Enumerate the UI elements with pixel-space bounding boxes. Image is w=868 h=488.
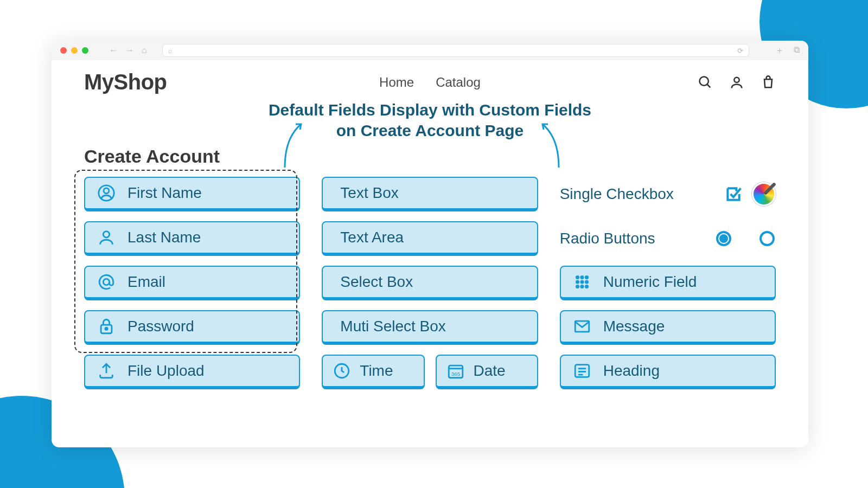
svg-point-23	[585, 285, 589, 288]
main-nav: Home Catalog	[379, 75, 481, 90]
svg-point-15	[576, 275, 579, 279]
arrow-right-icon	[534, 121, 561, 170]
field-label: First Name	[127, 184, 202, 202]
site-logo[interactable]: MyShop	[84, 70, 167, 94]
browser-chrome: ← → ⌂ ⌕ ⟳ ＋ ⧉	[52, 41, 808, 60]
field-last-name[interactable]: Last Name	[84, 221, 300, 256]
clock-icon	[333, 362, 351, 380]
forward-icon[interactable]: →	[125, 46, 134, 55]
svg-point-16	[580, 275, 584, 279]
window-minimize-icon[interactable]	[71, 47, 78, 54]
field-label: Text Box	[340, 184, 398, 202]
field-label: Radio Buttons	[560, 230, 705, 247]
radio-selected-icon[interactable]	[715, 230, 732, 247]
section-title: Create Account	[84, 146, 776, 167]
field-label: Last Name	[127, 229, 201, 246]
field-numeric[interactable]: Numeric Field	[560, 266, 776, 300]
field-password[interactable]: Password	[84, 310, 300, 345]
search-icon[interactable]	[698, 75, 713, 90]
svg-point-8	[105, 328, 107, 330]
fields-grid: First Name Last Name Email Password File…	[84, 177, 776, 389]
svg-point-2	[734, 77, 739, 82]
field-label: Message	[603, 318, 665, 335]
field-label: Single Checkbox	[560, 185, 715, 203]
field-file-upload[interactable]: File Upload	[84, 355, 300, 389]
field-date[interactable]: 365 Date	[436, 355, 538, 389]
field-message[interactable]: Message	[560, 310, 776, 345]
field-email[interactable]: Email	[84, 266, 300, 300]
field-label: Text Area	[340, 229, 404, 246]
calendar-icon: 365	[446, 362, 465, 380]
site-header: MyShop Home Catalog	[84, 70, 776, 94]
lock-icon	[97, 317, 116, 336]
field-label: Email	[127, 273, 165, 291]
user-circle-icon	[97, 184, 116, 202]
svg-point-22	[580, 285, 584, 288]
field-multi-select-box[interactable]: Muti Select Box	[322, 310, 538, 345]
field-select-box[interactable]: Select Box	[322, 266, 538, 300]
grid-icon	[573, 273, 591, 291]
field-label: Time	[360, 362, 393, 380]
svg-point-20	[585, 280, 589, 284]
field-label: Select Box	[340, 273, 413, 291]
checkbox-icon[interactable]	[725, 185, 742, 203]
new-tab-icon[interactable]: ＋	[775, 45, 784, 56]
user-icon	[97, 228, 116, 247]
banner-line2: on Create Account Page	[84, 120, 776, 141]
column-2: Text Box Text Area Select Box Muti Selec…	[322, 177, 538, 389]
field-heading[interactable]: Heading	[560, 355, 776, 389]
back-icon[interactable]: ←	[109, 46, 118, 55]
field-label: File Upload	[127, 362, 205, 380]
field-text-area[interactable]: Text Area	[322, 221, 538, 256]
field-first-name[interactable]: First Name	[84, 177, 300, 211]
field-label: Password	[127, 318, 194, 335]
color-picker-icon[interactable]	[752, 182, 776, 206]
tabs-icon[interactable]: ⧉	[794, 45, 800, 56]
svg-point-0	[700, 76, 709, 85]
home-icon[interactable]: ⌂	[142, 46, 147, 55]
svg-text:365: 365	[451, 371, 460, 377]
arrow-left-icon	[282, 121, 309, 170]
field-radio-buttons[interactable]: Radio Buttons	[560, 221, 776, 256]
field-label: Heading	[603, 362, 660, 380]
nav-home[interactable]: Home	[379, 75, 414, 90]
account-icon[interactable]	[729, 75, 744, 90]
url-bar[interactable]: ⌕ ⟳	[162, 44, 749, 57]
field-single-checkbox[interactable]: Single Checkbox	[560, 177, 776, 211]
svg-point-19	[580, 280, 584, 284]
search-icon: ⌕	[168, 47, 173, 55]
window-maximize-icon[interactable]	[82, 47, 88, 54]
window-close-icon[interactable]	[60, 47, 67, 54]
svg-point-21	[576, 285, 579, 288]
column-3: Single Checkbox Radio Buttons Numeric Fi…	[560, 177, 776, 389]
svg-point-17	[585, 275, 589, 279]
svg-point-6	[103, 279, 109, 285]
svg-point-4	[104, 188, 109, 194]
radio-unselected-icon[interactable]	[758, 230, 776, 247]
nav-catalog[interactable]: Catalog	[436, 75, 481, 90]
field-label: Muti Select Box	[340, 318, 446, 335]
field-time[interactable]: Time	[322, 355, 424, 389]
svg-point-5	[103, 232, 109, 237]
cart-icon[interactable]	[761, 75, 776, 90]
column-1: First Name Last Name Email Password File…	[84, 177, 300, 389]
field-text-box[interactable]: Text Box	[322, 177, 538, 211]
banner-text: Default Fields Display with Custom Field…	[84, 100, 776, 140]
at-icon	[97, 273, 116, 291]
reload-icon[interactable]: ⟳	[737, 47, 743, 55]
field-label: Numeric Field	[603, 273, 697, 291]
page-content: MyShop Home Catalog Default Fields Displ…	[52, 60, 808, 389]
svg-point-13	[720, 235, 727, 242]
browser-window: ← → ⌂ ⌕ ⟳ ＋ ⧉ MyShop Home Catalog	[52, 41, 808, 447]
banner-line1: Default Fields Display with Custom Field…	[84, 100, 776, 120]
svg-point-18	[576, 280, 579, 284]
envelope-icon	[573, 317, 591, 336]
svg-point-14	[761, 232, 774, 245]
list-icon	[573, 362, 591, 380]
field-label: Date	[474, 362, 506, 380]
svg-line-1	[707, 84, 711, 87]
upload-icon	[97, 362, 116, 380]
